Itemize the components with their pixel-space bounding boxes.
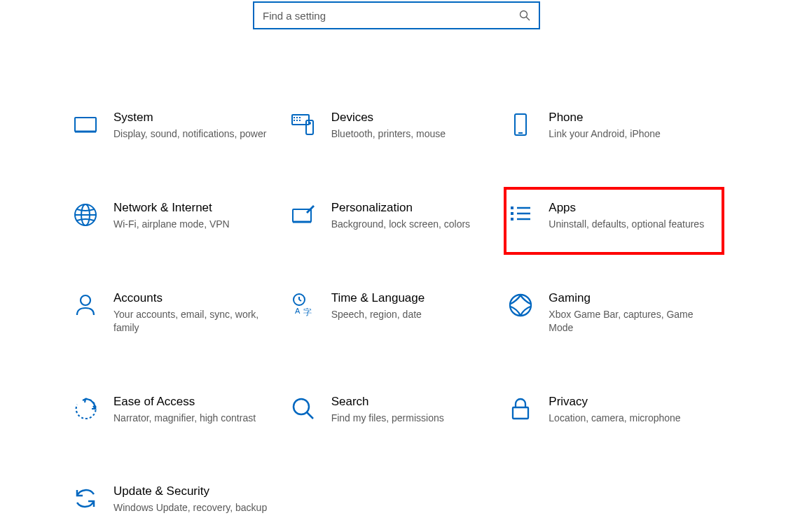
tile-title: Search bbox=[331, 395, 495, 409]
system-icon bbox=[73, 112, 98, 137]
tile-title: System bbox=[113, 111, 277, 125]
apps-icon bbox=[508, 202, 533, 227]
update-icon bbox=[73, 486, 98, 511]
tile-desc: Background, lock screen, colors bbox=[331, 218, 495, 231]
svg-line-34 bbox=[307, 412, 313, 419]
tile-personalization[interactable]: Personalization Background, lock screen,… bbox=[288, 195, 506, 237]
svg-point-26 bbox=[81, 295, 90, 305]
svg-point-0 bbox=[520, 11, 527, 18]
ease-of-access-icon bbox=[73, 396, 98, 421]
personalization-icon bbox=[291, 202, 316, 227]
svg-rect-21 bbox=[511, 212, 513, 215]
tile-desc: Display, sound, notifications, power bbox=[113, 127, 277, 141]
tile-ease-of-access[interactable]: Ease of Access Narrator, magnifier, high… bbox=[70, 389, 288, 430]
gaming-icon bbox=[508, 293, 533, 318]
tile-title: Gaming bbox=[549, 291, 712, 305]
tile-title: Personalization bbox=[331, 201, 495, 215]
tile-desc: Link your Android, iPhone bbox=[549, 127, 712, 141]
svg-rect-20 bbox=[511, 206, 513, 209]
tile-accounts[interactable]: Accounts Your accounts, email, sync, wor… bbox=[70, 286, 288, 340]
tile-title: Time & Language bbox=[331, 291, 495, 305]
tile-system[interactable]: System Display, sound, notifications, po… bbox=[70, 105, 288, 146]
time-language-icon: A 字 bbox=[291, 293, 316, 318]
tile-privacy[interactable]: Privacy Location, camera, microphone bbox=[505, 389, 723, 430]
tile-desc: Bluetooth, printers, mouse bbox=[331, 127, 495, 141]
tile-title: Ease of Access bbox=[113, 395, 277, 409]
tile-update-security[interactable]: Update & Security Windows Update, recove… bbox=[70, 479, 288, 520]
tile-desc: Windows Update, recovery, backup bbox=[113, 501, 277, 514]
tile-desc: Uninstall, defaults, optional features bbox=[549, 218, 712, 231]
tile-desc: Wi-Fi, airplane mode, VPN bbox=[113, 218, 277, 231]
svg-line-29 bbox=[299, 300, 301, 301]
tile-title: Phone bbox=[549, 111, 712, 125]
svg-rect-35 bbox=[513, 407, 528, 419]
svg-point-12 bbox=[309, 122, 310, 124]
tile-title: Privacy bbox=[549, 395, 712, 409]
tile-desc: Find my files, permissions bbox=[331, 412, 495, 425]
svg-rect-22 bbox=[511, 218, 513, 220]
search-icon bbox=[519, 10, 530, 21]
svg-point-33 bbox=[294, 399, 309, 414]
phone-icon bbox=[508, 112, 533, 137]
tile-title: Devices bbox=[331, 111, 495, 125]
tile-devices[interactable]: Devices Bluetooth, printers, mouse bbox=[288, 105, 506, 146]
settings-grid: System Display, sound, notifications, po… bbox=[0, 105, 793, 520]
svg-text:字: 字 bbox=[303, 307, 312, 317]
tile-network[interactable]: Network & Internet Wi-Fi, airplane mode,… bbox=[70, 195, 288, 237]
tile-desc: Your accounts, email, sync, work, family bbox=[113, 308, 277, 335]
search-input[interactable] bbox=[263, 10, 519, 22]
tile-search[interactable]: Search Find my files, permissions bbox=[288, 389, 506, 430]
search-box[interactable] bbox=[253, 1, 540, 29]
privacy-icon bbox=[508, 396, 533, 421]
tile-title: Network & Internet bbox=[113, 201, 277, 215]
svg-rect-2 bbox=[75, 118, 96, 132]
tile-desc: Speech, region, date bbox=[331, 308, 495, 321]
search-tile-icon bbox=[291, 396, 316, 421]
accounts-icon bbox=[73, 293, 98, 318]
tile-desc: Location, camera, microphone bbox=[549, 412, 712, 425]
tile-time-language[interactable]: A 字 Time & Language Speech, region, date bbox=[288, 286, 506, 340]
globe-icon bbox=[73, 202, 98, 227]
tile-apps[interactable]: Apps Uninstall, defaults, optional featu… bbox=[505, 188, 723, 253]
tile-title: Update & Security bbox=[113, 484, 277, 498]
tile-title: Apps bbox=[549, 201, 712, 215]
tile-desc: Xbox Game Bar, captures, Game Mode bbox=[549, 308, 712, 335]
svg-rect-13 bbox=[515, 114, 526, 135]
svg-line-1 bbox=[526, 17, 530, 20]
svg-text:A: A bbox=[295, 307, 301, 315]
svg-point-32 bbox=[510, 295, 531, 316]
devices-icon bbox=[291, 112, 316, 137]
tile-desc: Narrator, magnifier, high contrast bbox=[113, 412, 277, 425]
tile-phone[interactable]: Phone Link your Android, iPhone bbox=[505, 105, 723, 146]
tile-gaming[interactable]: Gaming Xbox Game Bar, captures, Game Mod… bbox=[505, 286, 723, 340]
tile-title: Accounts bbox=[113, 291, 277, 305]
